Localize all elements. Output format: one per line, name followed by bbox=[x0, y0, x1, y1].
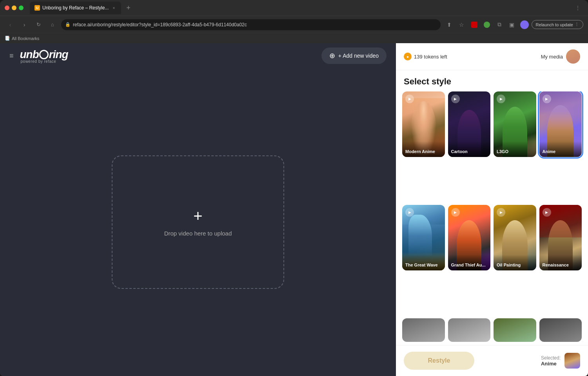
upload-area[interactable]: + Drop video here to upload bbox=[0, 68, 396, 376]
relaunch-more-icon: ⋮ bbox=[575, 22, 579, 27]
maximize-window-button[interactable] bbox=[19, 5, 24, 10]
sidebar-button[interactable]: ▣ bbox=[506, 19, 517, 30]
back-button[interactable]: ‹ bbox=[5, 19, 16, 30]
upload-text: Drop video here to upload bbox=[164, 230, 232, 237]
profile-button[interactable] bbox=[519, 19, 530, 30]
traffic-lights bbox=[5, 5, 24, 10]
left-panel: ≡ unbring powered by reface ⊕ + Add new … bbox=[0, 43, 396, 376]
style-card-row3-1[interactable] bbox=[402, 318, 445, 342]
play-icon: ▶ bbox=[543, 208, 551, 217]
logo-o-icon bbox=[39, 50, 49, 59]
style-card-great-wave[interactable]: ▶ The Great Wave bbox=[402, 205, 445, 270]
style-card-gta[interactable]: ▶ Grand Thief Au... bbox=[448, 205, 491, 270]
play-icon: ▶ bbox=[405, 95, 414, 103]
logo-text: unbring bbox=[20, 48, 68, 61]
tab-bar: U Unboring by Reface – Restyle... × + bbox=[30, 2, 572, 14]
logo: unbring powered by reface bbox=[20, 48, 68, 64]
browser-window: U Unboring by Reface – Restyle... × + ⋮ … bbox=[0, 0, 588, 43]
styles-row3 bbox=[396, 315, 588, 345]
right-panel: ● 139 tokens left My media Select style bbox=[396, 43, 588, 376]
play-icon: ▶ bbox=[405, 208, 414, 217]
share-button[interactable]: ⬆ bbox=[444, 19, 455, 30]
header-left: ≡ unbring powered by reface bbox=[9, 48, 68, 64]
tab-title: Unboring by Reface – Restyle... bbox=[42, 5, 109, 11]
upload-drop-zone[interactable]: + Drop video here to upload bbox=[112, 155, 284, 289]
upload-plus-icon: + bbox=[193, 208, 202, 224]
play-icon: ▶ bbox=[497, 95, 505, 103]
styles-grid: ▶ Modern Anime ▶ Cartoon bbox=[396, 91, 588, 315]
add-video-label: + Add new video bbox=[338, 53, 379, 59]
url-text: reface.ai/unboring/restyle/editor?style_… bbox=[73, 22, 247, 27]
style-card-cartoon[interactable]: ▶ Cartoon bbox=[448, 91, 491, 157]
app-container: ≡ unbring powered by reface ⊕ + Add new … bbox=[0, 43, 588, 376]
my-media-button[interactable]: My media bbox=[541, 49, 580, 64]
bottom-bar: Restyle Selected: Anime bbox=[396, 345, 588, 376]
extension-2-button[interactable] bbox=[481, 19, 492, 30]
add-video-button[interactable]: ⊕ + Add new video bbox=[321, 47, 387, 64]
my-media-label: My media bbox=[541, 54, 563, 60]
lock-icon: 🔒 bbox=[65, 22, 71, 27]
style-label-gta: Grand Thief Au... bbox=[448, 255, 491, 270]
style-card-row3-3[interactable] bbox=[494, 318, 536, 342]
tab-close-button[interactable]: × bbox=[111, 5, 116, 11]
style-card-l3go[interactable]: ▶ L3GO bbox=[494, 91, 536, 157]
bookmarks-label: All Bookmarks bbox=[12, 36, 39, 41]
style-card-renaissance[interactable]: ▶ Renaissance bbox=[539, 205, 582, 270]
play-icon: ▶ bbox=[451, 95, 460, 103]
add-video-icon: ⊕ bbox=[329, 51, 335, 60]
style-label-cartoon: Cartoon bbox=[448, 141, 491, 157]
play-icon: ▶ bbox=[451, 208, 460, 217]
selected-style-name: Anime bbox=[541, 361, 557, 367]
style-card-oil-painting[interactable]: ▶ Oil Painting bbox=[494, 205, 536, 270]
right-header: ● 139 tokens left My media bbox=[396, 43, 588, 70]
refresh-button[interactable]: ↻ bbox=[33, 19, 44, 30]
relaunch-label: Relaunch to update bbox=[536, 22, 573, 27]
home-button[interactable]: ⌂ bbox=[47, 19, 58, 30]
tab-favicon-icon: U bbox=[34, 5, 40, 11]
active-tab[interactable]: U Unboring by Reface – Restyle... × bbox=[30, 2, 121, 14]
selected-style-thumbnail bbox=[564, 353, 580, 369]
minimize-window-button[interactable] bbox=[12, 5, 16, 10]
style-label-modern-anime: Modern Anime bbox=[402, 141, 445, 157]
tokens-count: 139 tokens left bbox=[414, 54, 447, 60]
selected-style-label-group: Selected: Anime bbox=[541, 355, 561, 367]
new-tab-button[interactable]: + bbox=[123, 2, 134, 13]
user-avatar bbox=[566, 49, 580, 64]
play-icon: ▶ bbox=[543, 95, 551, 103]
play-icon: ▶ bbox=[497, 208, 505, 217]
bookmarks-bar: 📑 All Bookmarks bbox=[0, 33, 588, 43]
style-card-row3-4[interactable] bbox=[539, 318, 582, 342]
restyle-button[interactable]: Restyle bbox=[404, 352, 474, 370]
window-controls-icon: ⋮ bbox=[575, 4, 583, 12]
bookmarks-icon: 📑 bbox=[5, 36, 10, 41]
extension-1-button[interactable] bbox=[469, 19, 480, 30]
app-header: ≡ unbring powered by reface ⊕ + Add new … bbox=[0, 43, 396, 68]
navigation-bar: ‹ › ↻ ⌂ 🔒 reface.ai/unboring/restyle/edi… bbox=[0, 16, 588, 33]
style-label-oil: Oil Painting bbox=[494, 255, 536, 270]
close-window-button[interactable] bbox=[5, 5, 9, 10]
hamburger-menu-button[interactable]: ≡ bbox=[9, 52, 14, 60]
address-bar[interactable]: 🔒 reface.ai/unboring/restyle/editor?styl… bbox=[61, 19, 441, 30]
selected-style-info: Selected: Anime bbox=[541, 353, 580, 369]
style-label-great-wave: The Great Wave bbox=[402, 255, 445, 270]
style-label-anime: Anime bbox=[539, 141, 582, 157]
select-style-title: Select style bbox=[396, 70, 588, 91]
style-card-row3-2[interactable] bbox=[448, 318, 491, 342]
token-coin-icon: ● bbox=[404, 53, 412, 60]
selected-label: Selected: bbox=[541, 355, 561, 361]
relaunch-button[interactable]: Relaunch to update ⋮ bbox=[532, 20, 583, 29]
style-card-modern-anime[interactable]: ▶ Modern Anime bbox=[402, 91, 445, 157]
nav-actions: ⬆ ☆ ⧉ ▣ Relaunch to update ⋮ bbox=[444, 19, 583, 30]
style-label-l3go: L3GO bbox=[494, 141, 536, 157]
title-bar: U Unboring by Reface – Restyle... × + ⋮ bbox=[0, 0, 588, 16]
bookmark-button[interactable]: ☆ bbox=[456, 19, 467, 30]
forward-button[interactable]: › bbox=[19, 19, 30, 30]
tokens-badge: ● 139 tokens left bbox=[404, 53, 447, 60]
extensions-button[interactable]: ⧉ bbox=[494, 19, 505, 30]
style-label-renaissance: Renaissance bbox=[539, 255, 582, 270]
style-card-anime[interactable]: ▶ Anime bbox=[539, 91, 582, 157]
